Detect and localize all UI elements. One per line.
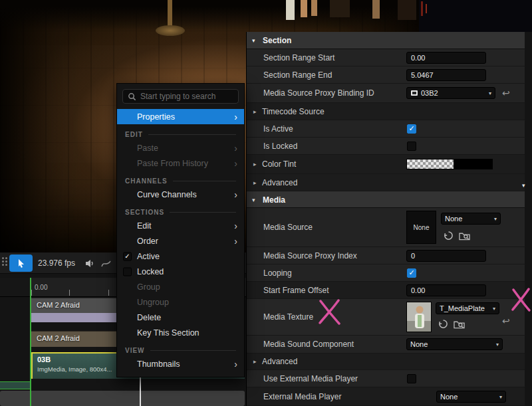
selection-range-marker[interactable] (30, 278, 31, 406)
dropdown-value: None (440, 393, 458, 401)
menu-search-input[interactable] (140, 92, 233, 101)
media-source-dropdown[interactable]: None ▾ (441, 213, 501, 225)
row-media-sound: Media Sound Component None ▾ (247, 336, 525, 354)
start-frame-offset-input[interactable] (406, 284, 486, 296)
dropdown-value: None (445, 215, 462, 223)
expand-arrow-icon[interactable]: ▸ (253, 358, 257, 365)
expand-arrow-icon[interactable]: ▸ (253, 108, 257, 115)
stage-figure (398, 0, 416, 20)
chevron-down-icon: ▾ (491, 216, 497, 222)
category-label: Media (263, 195, 285, 205)
external-player-dropdown[interactable]: None ▾ (436, 391, 506, 403)
color-tint-swatch[interactable] (406, 159, 493, 169)
curves-icon[interactable] (101, 258, 111, 270)
row-advanced-media[interactable]: ▸ Advanced (247, 354, 525, 370)
category-media[interactable]: ▾ Media (247, 191, 525, 208)
menu-item-key-this-section[interactable]: Key This Section (117, 325, 244, 340)
row-section-range-start: Section Range Start (247, 49, 525, 66)
row-color-tint: ▸ Color Tint (247, 155, 525, 174)
property-label: Is Active (263, 124, 293, 134)
property-label: Looping (263, 268, 292, 278)
expand-arrow-icon[interactable]: ▸ (253, 161, 257, 167)
menu-item-ungroup[interactable]: Ungroup (117, 294, 244, 310)
submenu-arrow-icon: › (234, 359, 237, 369)
ruler-left-pad (0, 278, 31, 296)
audio-icon[interactable] (85, 258, 95, 270)
property-label: Media Source Proxy Binding ID (263, 88, 374, 98)
details-panel: ▾ Section Section Range Start Section Ra… (246, 32, 532, 406)
cursor-icon (17, 258, 26, 268)
property-label: Advanced (262, 178, 297, 187)
use-external-player-checkbox[interactable]: ✓ (407, 374, 416, 383)
media-source-asset-thumbnail[interactable]: None (406, 211, 436, 244)
looping-checkbox[interactable]: ✓ (407, 268, 416, 278)
row-media-source: Media Source None None ▾ (247, 208, 525, 247)
menu-item-active[interactable]: ✓ Active (117, 249, 244, 264)
dropdown-value: T_MediaPlate (440, 304, 485, 312)
menu-header-sections: SECTIONS (117, 202, 244, 218)
browse-to-asset-icon[interactable] (453, 319, 465, 330)
playback-tool-button[interactable] (9, 254, 33, 272)
category-label: Section (263, 36, 291, 45)
menu-item-paste-from-history[interactable]: Paste From History › (117, 155, 244, 171)
panel-scroll-indicator-icon[interactable]: ▾ (522, 182, 525, 189)
use-selected-asset-icon[interactable] (437, 318, 449, 329)
row-timecode-source[interactable]: ▸ Timecode Source (247, 103, 525, 120)
browse-to-asset-icon[interactable] (458, 231, 470, 241)
viewport-dark-area (419, 0, 532, 32)
property-label: Color Tint (262, 159, 296, 169)
frame-rate-label[interactable]: 23.976 fps (38, 258, 75, 268)
proxy-index-input[interactable] (406, 250, 486, 262)
menu-item-order[interactable]: Order › (117, 233, 244, 249)
annotation-x-media-texture (317, 298, 342, 326)
reset-to-default-icon[interactable]: ↩ (502, 316, 510, 326)
stage-shadow (0, 0, 419, 31)
row-is-locked: Is Locked ✓ (247, 138, 525, 155)
menu-header-channels: CHANNELS (117, 171, 244, 187)
menu-item-delete[interactable]: Delete (117, 310, 244, 325)
menu-item-locked[interactable]: ✓ Locked (117, 264, 244, 279)
row-advanced-section[interactable]: ▸ Advanced (247, 174, 525, 191)
playhead[interactable] (140, 377, 141, 406)
row-proxy-index: Media Source Proxy Index (247, 247, 525, 264)
track-label: CAM 2 Afraid (37, 334, 80, 342)
media-texture-thumbnail[interactable] (406, 302, 432, 332)
stage-figure (286, 0, 295, 20)
menu-item-label: Curve Channels (137, 190, 197, 199)
submenu-arrow-icon: › (234, 112, 237, 122)
menu-item-edit[interactable]: Edit › (117, 218, 244, 233)
property-label: Timecode Source (262, 107, 325, 116)
property-label: Start Frame Offset (263, 286, 329, 295)
menu-item-paste[interactable]: Paste › (117, 140, 244, 155)
horizontal-scrollbar[interactable] (0, 391, 245, 406)
stage-figure (330, 0, 350, 17)
menu-item-group[interactable]: Group (117, 279, 244, 294)
active-checkbox[interactable]: ✓ (123, 252, 132, 260)
row-section-range-end: Section Range End (247, 66, 525, 84)
reset-to-default-icon[interactable]: ↩ (502, 88, 510, 98)
stage-figure (311, 0, 317, 16)
media-texture-dropdown[interactable]: T_MediaPlate ▾ (436, 302, 499, 314)
row-media-texture: Media Texture T_MediaPlate ▾ (247, 299, 525, 336)
section-range-end-input[interactable] (406, 69, 486, 81)
use-selected-asset-icon[interactable] (442, 230, 454, 241)
binding-id-dropdown[interactable]: 03B2 ▾ (406, 87, 495, 99)
menu-item-curve-channels[interactable]: Curve Channels › (117, 187, 244, 202)
drag-handle-icon[interactable] (2, 257, 9, 269)
is-active-checkbox[interactable]: ✓ (407, 124, 416, 134)
candelabra-stem (168, 0, 172, 28)
menu-header-edit: EDIT (117, 124, 244, 140)
locked-checkbox[interactable]: ✓ (123, 267, 132, 276)
property-label: Section Range End (263, 70, 332, 80)
menu-item-properties[interactable]: Properties › (117, 109, 244, 124)
category-section[interactable]: ▾ Section (247, 32, 525, 49)
section-range-start-input[interactable] (406, 52, 486, 64)
is-locked-checkbox[interactable]: ✓ (407, 142, 416, 151)
annotation-x-reset (511, 288, 532, 312)
media-sound-dropdown[interactable]: None ▾ (406, 338, 503, 350)
expand-arrow-icon[interactable]: ▸ (253, 179, 257, 186)
menu-item-label: Ungroup (137, 298, 169, 307)
menu-search-box[interactable] (122, 89, 239, 104)
submenu-arrow-icon: › (234, 221, 237, 231)
menu-item-thumbnails[interactable]: Thumbnails › (117, 356, 244, 371)
